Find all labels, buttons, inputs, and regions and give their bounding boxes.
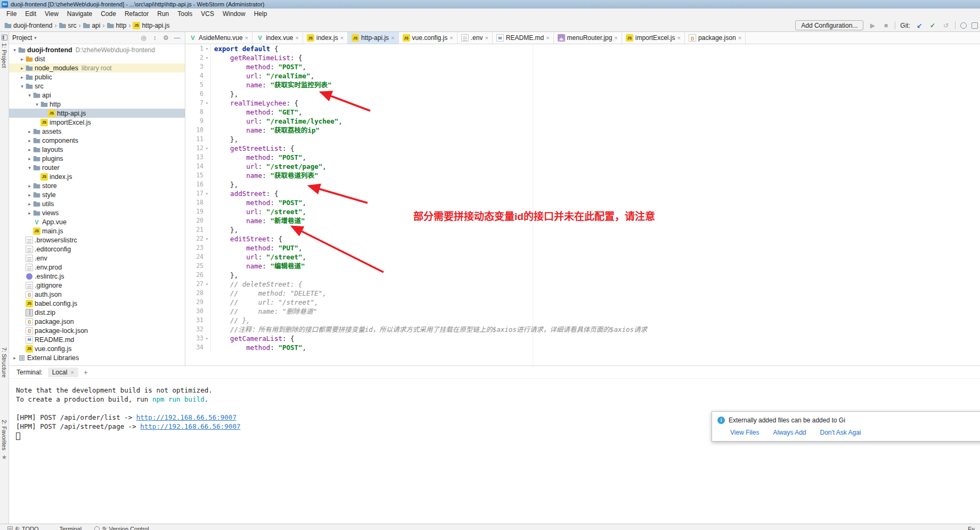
code-line[interactable]: 4 url: "/realTime", — [185, 71, 980, 80]
terminal-link[interactable]: http://192.168.66.56:9007 — [140, 422, 240, 430]
code-line[interactable]: 5 name: "获取实时监控列表" — [185, 80, 980, 89]
tab-close-icon[interactable] — [340, 35, 344, 41]
notification-action[interactable]: Don't Ask Agai — [820, 429, 861, 436]
editor-tab-http-api.js[interactable]: http-api.js — [348, 32, 398, 44]
code-line[interactable]: 22 editStreet: { — [185, 234, 980, 243]
tree-row-http-api.js[interactable]: http-api.js — [9, 109, 185, 118]
tree-row-README.md[interactable]: README.md — [9, 335, 185, 344]
tab-close-icon[interactable] — [450, 35, 453, 41]
tree-row-dist.zip[interactable]: dist.zip — [9, 308, 185, 317]
code-line[interactable]: 3 method: "POST", — [185, 62, 980, 71]
fold-marker-icon[interactable] — [203, 280, 210, 289]
expand-arrow-icon[interactable] — [26, 201, 33, 207]
editor-tab-package.json[interactable]: package.json — [685, 32, 746, 44]
code-line[interactable]: 24 url: "/street", — [185, 252, 980, 262]
breadcrumb-item-duoji-frontend[interactable]: duoji-frontend — [4, 22, 52, 29]
collapse-arrow-icon[interactable] — [19, 84, 26, 89]
expand-arrow-icon[interactable] — [26, 138, 33, 143]
tab-close-icon[interactable] — [546, 35, 549, 41]
terminal-tab-local[interactable]: Local — [48, 368, 78, 377]
stop-icon[interactable] — [881, 22, 890, 29]
tab-close-icon[interactable] — [245, 35, 248, 41]
tree-row-src[interactable]: src — [9, 81, 185, 91]
expand-arrow-icon[interactable] — [19, 56, 26, 62]
run-icon[interactable] — [868, 22, 877, 29]
code-line[interactable]: 12 getStreetList: { — [185, 144, 980, 153]
expand-arrow-icon[interactable] — [26, 129, 33, 134]
menu-item-tools[interactable]: Tools — [173, 10, 197, 18]
code-line[interactable]: 10 name: "获取荔枝的ip" — [185, 126, 980, 135]
menu-item-code[interactable]: Code — [96, 10, 120, 18]
expand-arrow-icon[interactable] — [26, 210, 33, 216]
tree-row-index.js[interactable]: index.js — [9, 172, 185, 181]
tab-close-icon[interactable] — [485, 35, 488, 41]
project-panel-title[interactable]: Project — [12, 34, 32, 42]
collapse-arrow-icon[interactable] — [11, 47, 18, 53]
tree-row-duoji-frontend[interactable]: duoji-frontendD:\zheheWeb\duoji-frontend — [9, 45, 185, 54]
code-line[interactable]: 34 method: "POST", — [185, 343, 980, 352]
tree-row-components[interactable]: components — [9, 136, 185, 145]
tree-row-layouts[interactable]: layouts — [9, 145, 185, 154]
code-line[interactable]: 1export default { — [185, 44, 980, 53]
tool-button-project[interactable]: 1: Project — [0, 35, 9, 68]
code-line[interactable]: 9 url: "/realTime/lychee", — [185, 117, 980, 126]
tree-row-utils[interactable]: utils — [9, 199, 185, 208]
breadcrumb-item-http[interactable]: http — [107, 22, 126, 29]
editor-tab-README.md[interactable]: README.md — [493, 32, 554, 44]
tree-row-External Libraries[interactable]: External Libraries — [9, 353, 185, 362]
expand-arrow-icon[interactable] — [26, 192, 33, 198]
code-line[interactable]: 2 getRealTimeList: { — [185, 53, 980, 62]
breadcrumb-item-api[interactable]: api — [83, 22, 100, 29]
code-line[interactable]: 7 realTimeLychee: { — [185, 99, 980, 108]
code-line[interactable]: 31 // }, — [185, 316, 980, 325]
code-line[interactable]: 29 // url: "/street", — [185, 298, 980, 307]
tree-row-App.vue[interactable]: App.vue — [9, 217, 185, 226]
editor-tab-.env[interactable]: .env — [458, 32, 493, 44]
fold-marker-icon[interactable] — [203, 334, 210, 343]
code-line[interactable]: 11 }, — [185, 135, 980, 144]
menu-item-navigate[interactable]: Navigate — [63, 10, 96, 18]
history-icon[interactable] — [960, 22, 967, 29]
expand-collapse-icon[interactable] — [150, 34, 159, 42]
tree-row-style[interactable]: style — [9, 190, 185, 199]
tree-row-auth.json[interactable]: auth.json — [9, 290, 185, 299]
code-line[interactable]: 6 }, — [185, 89, 980, 99]
tree-row-store[interactable]: store — [9, 181, 185, 190]
menu-item-window[interactable]: Window — [218, 10, 250, 18]
event-log-label[interactable]: Ev — [968, 526, 975, 530]
chevron-down-icon[interactable] — [34, 35, 37, 40]
locate-file-icon[interactable] — [139, 34, 148, 42]
tree-row-.eslintrc.js[interactable]: .eslintrc.js — [9, 272, 185, 281]
fold-marker-icon[interactable] — [203, 189, 210, 198]
menu-item-edit[interactable]: Edit — [21, 10, 40, 18]
fold-marker-icon[interactable] — [203, 144, 210, 153]
tree-row-package-lock.json[interactable]: package-lock.json — [9, 326, 185, 335]
tab-close-icon[interactable] — [391, 35, 394, 41]
tree-row-.browserslistrc[interactable]: .browserslistrc — [9, 235, 185, 244]
fold-marker-icon[interactable] — [203, 53, 210, 62]
add-configuration-button[interactable]: Add Configuration... — [795, 20, 863, 30]
tree-row-public[interactable]: public — [9, 72, 185, 81]
code-line[interactable]: 14 url: "/street/page", — [185, 162, 980, 171]
code-line[interactable]: 28 // method: "DELETE", — [185, 289, 980, 298]
code-line[interactable]: 25 name: "编辑巷道" — [185, 262, 980, 271]
tree-row-plugins[interactable]: plugins — [9, 154, 185, 163]
tab-close-icon[interactable] — [296, 35, 299, 41]
tree-row-api[interactable]: api — [9, 91, 185, 100]
tree-row-views[interactable]: views — [9, 208, 185, 217]
tab-close-icon[interactable] — [614, 35, 617, 41]
breadcrumb-item-src[interactable]: src — [59, 22, 76, 29]
menu-item-file[interactable]: File — [2, 10, 21, 18]
settings-gear-icon[interactable] — [161, 34, 170, 42]
expand-arrow-icon[interactable] — [19, 75, 26, 80]
menu-item-refactor[interactable]: Refactor — [120, 10, 153, 18]
editor-tab-AsideMenu.vue[interactable]: AsideMenu.vue — [185, 32, 252, 44]
terminal-cursor[interactable] — [16, 433, 20, 440]
git-commit-icon[interactable] — [928, 22, 937, 29]
git-update-icon[interactable] — [915, 22, 924, 29]
code-editor[interactable]: 1export default {2 getRealTimeList: {3 m… — [185, 44, 980, 365]
status-item-Terminal[interactable]: Terminal — [52, 524, 82, 530]
expand-arrow-icon[interactable] — [26, 147, 33, 152]
hide-panel-icon[interactable] — [173, 34, 182, 42]
tree-row-dist[interactable]: dist — [9, 54, 185, 63]
